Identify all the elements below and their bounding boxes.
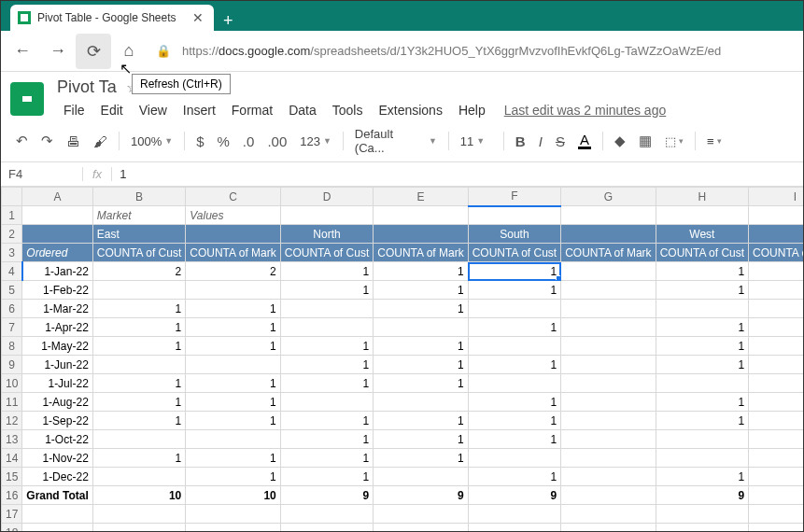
data-cell[interactable]: 1 <box>280 374 373 393</box>
data-cell[interactable]: 1 <box>468 262 560 281</box>
data-cell[interactable]: 1 <box>280 281 373 300</box>
increase-decimal-button[interactable]: .00 <box>261 130 292 153</box>
row-head[interactable]: 9 <box>2 356 22 374</box>
data-cell[interactable] <box>749 449 803 468</box>
row-head[interactable]: 18 <box>2 524 22 533</box>
empty-cell[interactable] <box>22 505 92 524</box>
merge-button[interactable]: ⬚ ▾ <box>659 133 689 150</box>
row-head[interactable]: 14 <box>2 449 22 468</box>
italic-button[interactable]: I <box>533 130 548 153</box>
data-cell[interactable]: 1 <box>92 374 185 393</box>
data-cell[interactable]: 1 <box>656 281 748 300</box>
data-cell[interactable]: 1 <box>280 356 373 374</box>
font-size-select[interactable]: 11 ▼ <box>455 133 498 150</box>
empty-cell[interactable] <box>186 505 280 524</box>
data-cell[interactable]: 1 <box>656 412 748 430</box>
date-cell[interactable]: 1-Dec-22 <box>22 468 92 486</box>
row-head[interactable]: 15 <box>2 468 22 486</box>
date-cell[interactable]: 1-Jun-22 <box>22 356 92 374</box>
data-cell[interactable]: 1 <box>186 337 280 356</box>
data-cell[interactable]: 1 <box>749 281 803 300</box>
empty-cell[interactable] <box>374 524 468 533</box>
data-cell[interactable] <box>749 300 803 318</box>
data-cell[interactable] <box>561 281 656 300</box>
col-head-B[interactable]: B <box>92 188 185 206</box>
data-cell[interactable]: 1 <box>280 449 373 468</box>
row-head[interactable]: 2 <box>2 225 22 244</box>
data-cell[interactable]: 1 <box>749 356 803 374</box>
data-cell[interactable] <box>656 374 748 393</box>
data-cell[interactable] <box>374 468 468 486</box>
data-cell[interactable]: 1 <box>749 262 803 281</box>
data-cell[interactable] <box>92 430 185 449</box>
empty-cell[interactable] <box>22 524 92 533</box>
col-head-H[interactable]: H <box>656 188 748 206</box>
data-cell[interactable]: 1 <box>468 318 560 337</box>
data-cell[interactable]: 1 <box>468 430 560 449</box>
data-cell[interactable] <box>468 449 560 468</box>
row-head[interactable]: 12 <box>2 412 22 430</box>
home-button[interactable]: ⌂ <box>111 34 147 69</box>
decrease-decimal-button[interactable]: .0 <box>237 130 261 153</box>
data-cell[interactable]: 1 <box>186 318 280 337</box>
data-cell[interactable]: 1 <box>280 430 373 449</box>
data-cell[interactable] <box>468 337 560 356</box>
data-cell[interactable] <box>374 393 468 412</box>
back-button[interactable]: ← <box>5 34 40 69</box>
data-cell[interactable]: 1 <box>656 262 748 281</box>
row-head[interactable]: 5 <box>2 281 22 300</box>
spreadsheet-grid[interactable]: ABCDEFGHI1MarketValues2EastNorthSouthWes… <box>1 187 803 532</box>
data-cell[interactable]: 1 <box>656 318 748 337</box>
row-head[interactable]: 16 <box>2 486 22 505</box>
empty-cell[interactable] <box>468 505 560 524</box>
data-cell[interactable] <box>468 300 560 318</box>
data-cell[interactable] <box>561 468 656 486</box>
data-cell[interactable] <box>656 300 748 318</box>
row-head[interactable]: 13 <box>2 430 22 449</box>
date-cell[interactable]: 1-Jan-22 <box>22 262 92 281</box>
data-cell[interactable] <box>561 337 656 356</box>
data-cell[interactable]: 1 <box>374 281 468 300</box>
data-cell[interactable] <box>374 318 468 337</box>
menu-edit[interactable]: Edit <box>94 100 130 120</box>
data-cell[interactable]: 1 <box>656 393 748 412</box>
address-bar[interactable]: 🔒 https://docs.google.com/spreadsheets/d… <box>147 44 799 58</box>
redo-button[interactable]: ↷ <box>35 129 59 153</box>
data-cell[interactable] <box>561 393 656 412</box>
data-cell[interactable]: 1 <box>186 449 280 468</box>
data-cell[interactable] <box>749 374 803 393</box>
sheets-logo-icon[interactable] <box>10 82 44 116</box>
empty-cell[interactable] <box>561 524 656 533</box>
data-cell[interactable] <box>280 393 373 412</box>
data-cell[interactable] <box>468 374 560 393</box>
col-head-D[interactable]: D <box>280 188 373 206</box>
fill-color-button[interactable]: ◆ <box>609 129 631 153</box>
data-cell[interactable] <box>186 281 280 300</box>
formula-input[interactable]: 1 <box>111 167 803 181</box>
empty-cell[interactable] <box>186 524 280 533</box>
data-cell[interactable]: 1 <box>656 468 748 486</box>
data-cell[interactable]: 1 <box>92 449 185 468</box>
menu-insert[interactable]: Insert <box>176 100 222 120</box>
data-cell[interactable] <box>280 300 373 318</box>
data-cell[interactable]: 1 <box>749 393 803 412</box>
empty-cell[interactable] <box>749 505 803 524</box>
data-cell[interactable] <box>656 430 748 449</box>
col-head-E[interactable]: E <box>374 188 468 206</box>
data-cell[interactable]: 1 <box>186 300 280 318</box>
data-cell[interactable]: 1 <box>468 356 560 374</box>
empty-cell[interactable] <box>92 505 185 524</box>
col-head-C[interactable]: C <box>186 188 280 206</box>
data-cell[interactable] <box>92 356 185 374</box>
zoom-select[interactable]: 100% ▼ <box>125 133 178 150</box>
row-head[interactable]: 10 <box>2 374 22 393</box>
data-cell[interactable]: 1 <box>749 468 803 486</box>
data-cell[interactable]: 1 <box>374 374 468 393</box>
data-cell[interactable]: 1 <box>92 337 185 356</box>
cell-reference[interactable]: F4 <box>1 167 83 181</box>
data-cell[interactable]: 1 <box>92 412 185 430</box>
font-select[interactable]: Default (Ca... ▼ <box>349 125 443 157</box>
data-cell[interactable] <box>92 281 185 300</box>
data-cell[interactable]: 1 <box>468 468 560 486</box>
col-head-A[interactable]: A <box>22 188 92 206</box>
